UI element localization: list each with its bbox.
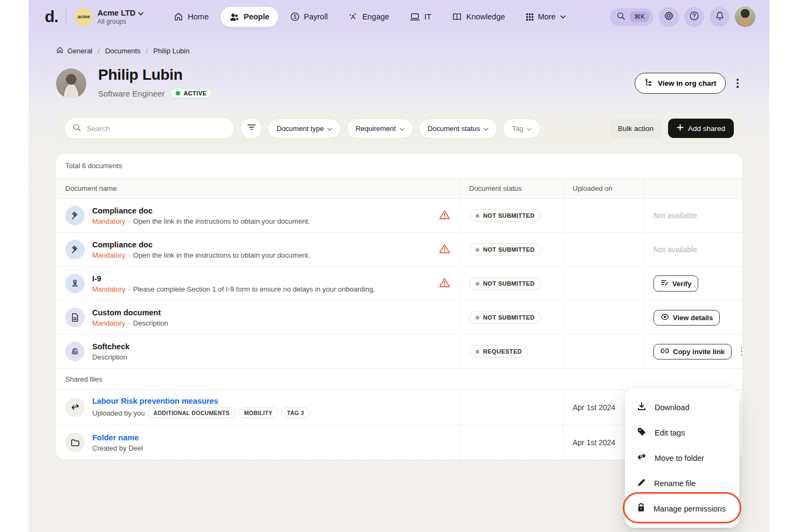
table-row[interactable]: Compliance doc Mandatory·Open the link i…	[56, 233, 742, 267]
warning-icon	[434, 244, 450, 256]
document-name: I-9	[92, 274, 375, 283]
chevron-down-icon	[527, 125, 532, 133]
status-badge: NOT SUBMITTED	[469, 243, 541, 256]
filter-document-type[interactable]: Document type	[268, 119, 341, 139]
filter-label: Tag	[512, 125, 523, 133]
profile-more-button[interactable]	[733, 75, 742, 91]
search-icon	[72, 123, 81, 134]
transfer-arrows-icon	[637, 453, 646, 463]
view-details-label: View details	[673, 314, 713, 322]
global-search-button[interactable]: ⌘K	[610, 8, 653, 26]
separator: ·	[128, 251, 130, 259]
chevron-down-icon	[138, 9, 143, 17]
copy-invite-link-button[interactable]: Copy invite link	[653, 344, 732, 360]
company-name: Acme LTD	[98, 9, 136, 17]
nav-item-it[interactable]: IT	[401, 7, 440, 26]
shared-file-link[interactable]: Labour Risk prevention measures	[92, 397, 310, 405]
top-navbar: d. acme Acme LTD All groups Home	[29, 0, 769, 33]
nav-item-engage[interactable]: Engage	[340, 6, 398, 27]
row-more-button[interactable]	[738, 344, 742, 360]
org-chart-icon	[644, 78, 653, 88]
shared-files-label: Shared files	[56, 369, 742, 390]
col-document-status: Document status	[459, 178, 563, 198]
breadcrumb-label: General	[67, 47, 92, 55]
menu-item-edit-tags[interactable]: Edit tags	[625, 420, 739, 445]
breadcrumb-general[interactable]: General	[56, 46, 92, 56]
verify-label: Verify	[672, 280, 691, 288]
employee-avatar	[56, 68, 86, 99]
shared-folder-link[interactable]: Folder name	[92, 433, 143, 442]
nav-label: Home	[188, 12, 209, 21]
nav-item-people[interactable]: People	[221, 7, 278, 27]
breadcrumb: General / Documents / Philip Lubin	[29, 46, 769, 56]
plus-icon	[677, 124, 684, 133]
question-icon	[689, 11, 699, 23]
tag-icon	[637, 427, 646, 438]
requirement-label: Mandatory	[92, 251, 125, 259]
chevron-down-icon	[560, 15, 566, 19]
document-description: Open the link in the instructions to obt…	[133, 251, 310, 259]
page: d. acme Acme LTD All groups Home	[0, 0, 798, 532]
transfer-arrows-icon	[65, 398, 85, 417]
action-not-available: Not available	[653, 211, 697, 220]
filter-tag[interactable]: Tag	[503, 119, 540, 139]
requirement-label: Mandatory	[92, 285, 125, 293]
filter-document-status[interactable]: Document status	[419, 119, 498, 139]
chevron-down-icon	[327, 125, 332, 133]
company-selector[interactable]: acme Acme LTD All groups	[75, 8, 144, 26]
company-subtitle: All groups	[98, 18, 144, 25]
filter-toggle-button[interactable]	[240, 118, 262, 139]
view-org-chart-button[interactable]: View in org chart	[635, 73, 726, 94]
col-uploaded-on: Uploaded on	[563, 178, 644, 198]
fingerprint-icon	[65, 342, 85, 361]
view-details-button[interactable]: View details	[653, 310, 720, 326]
download-icon	[637, 402, 646, 413]
menu-item-label: Move to folder	[655, 454, 704, 462]
breadcrumb-separator: /	[146, 47, 148, 55]
notifications-button[interactable]	[710, 7, 730, 27]
status-badge: ACTIVE	[170, 88, 212, 99]
filter-label: Document status	[428, 125, 480, 133]
nav-item-payroll[interactable]: Payroll	[281, 6, 336, 27]
document-name: Softcheck	[92, 342, 129, 351]
action-not-available: Not available	[653, 245, 697, 254]
add-shared-button[interactable]: Add shared	[668, 119, 734, 138]
settings-button[interactable]	[659, 7, 679, 27]
document-name: Compliance doc	[92, 206, 310, 215]
deel-logo[interactable]: d.	[45, 8, 58, 26]
context-menu: Download Edit tags Move to folder Rename…	[625, 388, 739, 528]
nav-item-home[interactable]: Home	[165, 6, 217, 27]
gavel-icon	[65, 240, 85, 259]
col-actions	[644, 178, 742, 198]
table-row[interactable]: I-9 Mandatory·Please complete Section 1 …	[56, 267, 742, 301]
nav-item-more[interactable]: More	[517, 7, 574, 26]
uploaded-date: Apr 1st 2024	[573, 403, 615, 412]
nav-item-knowledge[interactable]: Knowledge	[443, 7, 514, 26]
filter-requirement[interactable]: Requirement	[347, 119, 412, 139]
warning-icon	[434, 278, 450, 290]
menu-item-manage-permissions[interactable]: Manage permissions	[625, 496, 739, 521]
menu-item-label: Rename file	[654, 479, 696, 488]
warning-icon	[434, 210, 450, 222]
breadcrumb-documents[interactable]: Documents	[105, 47, 141, 55]
book-icon	[452, 12, 462, 21]
help-button[interactable]	[684, 7, 704, 27]
search-input[interactable]	[87, 125, 226, 133]
payroll-icon	[290, 12, 300, 22]
bulk-action-button[interactable]: Bulk action	[609, 119, 662, 138]
documents-total: Total 6 documents	[56, 154, 742, 178]
requirement-label: Mandatory	[92, 319, 125, 327]
table-row[interactable]: Custom document Mandatory·Description NO…	[56, 301, 742, 335]
menu-item-download[interactable]: Download	[625, 395, 739, 420]
tag-pill: TAG 3	[281, 407, 310, 418]
table-row[interactable]: Softcheck Description REQUESTED Copy inv…	[56, 335, 742, 369]
verify-button[interactable]: Verify	[653, 275, 698, 292]
eye-icon	[661, 314, 669, 322]
shared-file-subtitle: Uploaded by you	[92, 409, 145, 417]
user-avatar[interactable]	[735, 6, 755, 27]
table-row[interactable]: Compliance doc Mandatory·Open the link i…	[56, 199, 742, 233]
menu-item-rename-file[interactable]: Rename file	[625, 471, 739, 496]
document-search[interactable]	[64, 118, 235, 139]
menu-item-move-to-folder[interactable]: Move to folder	[625, 445, 739, 471]
engage-icon	[348, 12, 358, 22]
